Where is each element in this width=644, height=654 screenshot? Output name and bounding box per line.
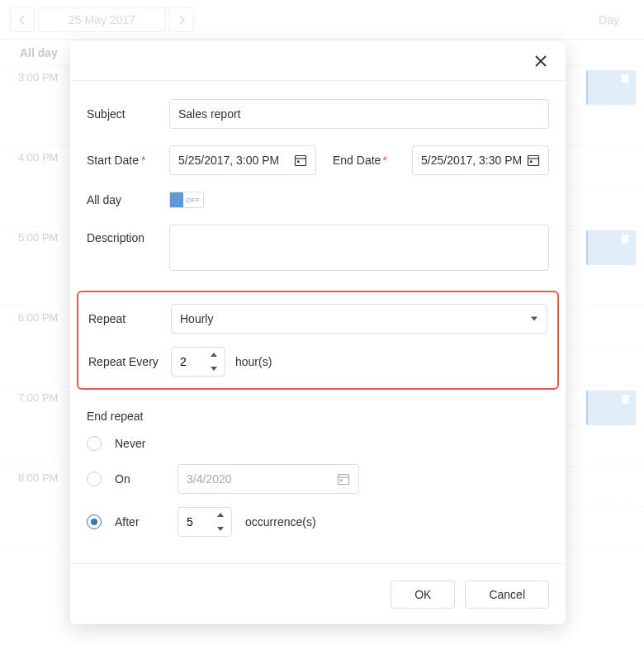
repeat-unit: hour(s)	[235, 355, 272, 368]
after-occurrences-stepper[interactable]	[178, 507, 232, 537]
on-label: On	[115, 472, 164, 486]
chevron-down-icon	[217, 527, 224, 531]
radio-on[interactable]	[87, 472, 102, 486]
increment-button[interactable]	[210, 508, 231, 522]
repeat-label: Repeat	[88, 312, 161, 325]
start-date-input[interactable]	[178, 154, 294, 167]
end-repeat-header: End repeat	[87, 410, 549, 423]
end-date-field[interactable]	[412, 145, 549, 175]
chevron-down-icon	[531, 317, 537, 321]
start-date-field[interactable]	[169, 145, 316, 175]
appointment-dialog: Subject Start Date* End Date* All day OF…	[70, 41, 566, 624]
svg-rect-3	[530, 161, 533, 164]
subject-input[interactable]	[169, 99, 549, 129]
repeat-every-label: Repeat Every	[88, 355, 161, 368]
svg-rect-4	[339, 475, 349, 485]
close-icon	[535, 55, 547, 67]
ok-button[interactable]: OK	[391, 581, 455, 609]
calendar-icon	[527, 154, 540, 167]
allday-toggle[interactable]: OFF	[169, 192, 204, 208]
svg-rect-1	[297, 161, 300, 164]
description-label: Description	[87, 225, 159, 244]
end-date-label: End Date*	[333, 154, 402, 167]
calendar-icon	[294, 154, 307, 167]
chevron-up-icon	[211, 353, 217, 357]
increment-button[interactable]	[203, 348, 225, 362]
after-label: After	[115, 515, 164, 528]
end-repeat-on-row: On	[87, 464, 549, 494]
repeat-every-stepper[interactable]	[171, 347, 225, 377]
description-textarea[interactable]	[169, 225, 549, 271]
chevron-down-icon	[211, 367, 217, 371]
end-on-date-field[interactable]	[178, 464, 359, 494]
repeat-select[interactable]	[171, 304, 547, 334]
close-button[interactable]	[531, 51, 551, 71]
dialog-header	[70, 41, 566, 81]
end-repeat-never-row: Never	[87, 436, 549, 451]
calendar-icon	[337, 472, 350, 486]
cancel-button[interactable]: Cancel	[465, 581, 549, 609]
repeat-value[interactable]	[171, 304, 547, 334]
svg-rect-5	[340, 480, 343, 482]
svg-rect-0	[296, 156, 306, 166]
end-date-input[interactable]	[421, 154, 527, 167]
repeat-every-input[interactable]	[172, 348, 203, 376]
after-occurrences-input[interactable]	[178, 508, 210, 536]
start-date-label: Start Date*	[87, 154, 159, 167]
dialog-footer: OK Cancel	[70, 563, 566, 624]
end-repeat-after-row: After occurrence(s)	[87, 507, 549, 537]
chevron-up-icon	[217, 513, 224, 517]
never-label: Never	[115, 437, 164, 450]
allday-label: All day	[87, 193, 159, 206]
dialog-body: Subject Start Date* End Date* All day OF…	[70, 81, 566, 563]
svg-rect-2	[528, 156, 539, 166]
subject-label: Subject	[87, 107, 159, 121]
radio-never[interactable]	[87, 436, 102, 451]
end-on-date-input[interactable]	[187, 472, 337, 486]
highlight-repeat-section: Repeat Repeat Every hour(s)	[77, 291, 559, 390]
decrement-button[interactable]	[210, 522, 231, 536]
decrement-button[interactable]	[203, 362, 225, 376]
radio-after[interactable]	[87, 514, 102, 529]
toggle-state: OFF	[183, 197, 203, 204]
occurrences-unit: occurrence(s)	[245, 515, 316, 528]
